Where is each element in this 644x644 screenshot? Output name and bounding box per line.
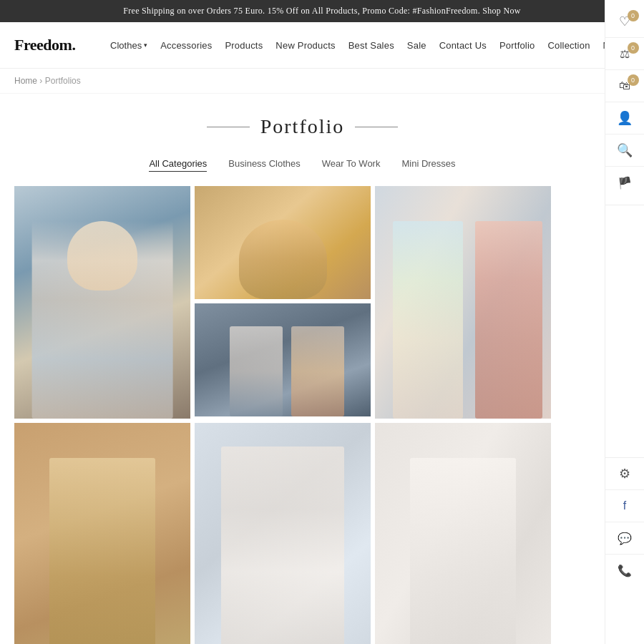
gear-icon: ⚙	[619, 466, 630, 482]
grid-row-1	[14, 186, 551, 419]
compare-badge: 0	[628, 42, 639, 54]
nav-accessories[interactable]: Accessories	[160, 40, 212, 51]
nav-sale[interactable]: Sale	[407, 40, 426, 51]
breadcrumb: Home › Portfolios	[0, 69, 605, 94]
portfolio-title-section: Portfolio	[0, 94, 605, 149]
nav-best-sales[interactable]: Best Sales	[348, 40, 394, 51]
flag-button[interactable]: 🏴	[605, 167, 645, 199]
whatsapp-button[interactable]: 💬	[605, 522, 645, 555]
grid-row-2	[14, 423, 551, 644]
user-icon: 👤	[617, 110, 633, 126]
title-line-left	[207, 127, 250, 127]
nav-clothes-label: Clothes	[110, 40, 142, 51]
compare-button[interactable]: ⚖ 0	[605, 38, 645, 70]
filter-all-categories[interactable]: All Categories	[149, 156, 207, 172]
portfolio-item-2[interactable]	[195, 186, 371, 299]
wishlist-button[interactable]: ♡ 0	[605, 6, 645, 38]
account-button[interactable]: 👤	[605, 102, 645, 135]
logo[interactable]: Freedom.	[14, 36, 107, 54]
grid-col-2	[195, 186, 371, 419]
top-icon-group: ♡ 0 ⚖ 0 🛍 0 👤 🔍 🏴	[605, 0, 644, 205]
nav-portfolio[interactable]: Portfolio	[499, 40, 535, 51]
announcement-bar: Free Shipping on over Orders 75 Euro. 15…	[0, 0, 644, 22]
nav-contact-us[interactable]: Contact Us	[439, 40, 487, 51]
nav-products[interactable]: Products	[225, 40, 263, 51]
cart-button[interactable]: 🛍 0	[605, 70, 645, 102]
filter-mini-dresses[interactable]: Mini Dresses	[401, 156, 455, 172]
breadcrumb-current: Portfolios	[45, 76, 81, 86]
wishlist-badge: 0	[628, 10, 639, 21]
title-line-right	[355, 127, 398, 127]
phone-button[interactable]: 📞	[605, 555, 645, 587]
breadcrumb-separator: ›	[39, 76, 44, 86]
portfolio-item-5[interactable]	[14, 423, 190, 644]
announcement-text: Free Shipping on over Orders 75 Euro. 15…	[123, 6, 520, 16]
portfolio-item-1[interactable]	[14, 186, 190, 419]
nav-new-products[interactable]: New Products	[275, 40, 335, 51]
header: Freedom. Clothes ▾ Accessories Products …	[0, 22, 644, 69]
nav-clothes[interactable]: Clothes ▾	[110, 40, 147, 51]
portfolio-grid	[0, 186, 565, 644]
search-icon: 🔍	[617, 142, 633, 158]
main-content: Home › Portfolios Portfolio All Categori…	[0, 69, 605, 644]
facebook-button[interactable]: f	[605, 490, 645, 522]
main-nav: Clothes ▾ Accessories Products New Produ…	[107, 40, 630, 51]
bottom-icon-group: ⚙ f 💬 📞	[605, 457, 644, 587]
filter-wear-to-work[interactable]: Wear To Work	[322, 156, 381, 172]
portfolio-title-text: Portfolio	[260, 115, 345, 138]
portfolio-title: Portfolio	[0, 115, 605, 138]
breadcrumb-home[interactable]: Home	[14, 76, 37, 86]
portfolio-item-7[interactable]	[375, 423, 551, 644]
flag-icon: 🏴	[618, 176, 632, 190]
facebook-icon: f	[623, 499, 626, 512]
nav-collection[interactable]: Collection	[547, 40, 590, 51]
chevron-down-icon: ▾	[144, 42, 147, 49]
search-button[interactable]: 🔍	[605, 135, 645, 167]
icon-sidebar: ♡ 0 ⚖ 0 🛍 0 👤 🔍 🏴 ⚙ f 💬	[605, 0, 644, 644]
portfolio-item-3[interactable]	[195, 303, 371, 416]
settings-button[interactable]: ⚙	[605, 458, 645, 490]
cart-badge: 0	[628, 74, 639, 86]
portfolio-item-4[interactable]	[375, 186, 551, 419]
filter-tabs: All Categories Business Clothes Wear To …	[0, 149, 605, 186]
portfolio-item-6[interactable]	[195, 423, 371, 644]
whatsapp-icon: 💬	[618, 532, 632, 545]
phone-icon: 📞	[618, 564, 632, 577]
filter-business-clothes[interactable]: Business Clothes	[228, 156, 300, 172]
